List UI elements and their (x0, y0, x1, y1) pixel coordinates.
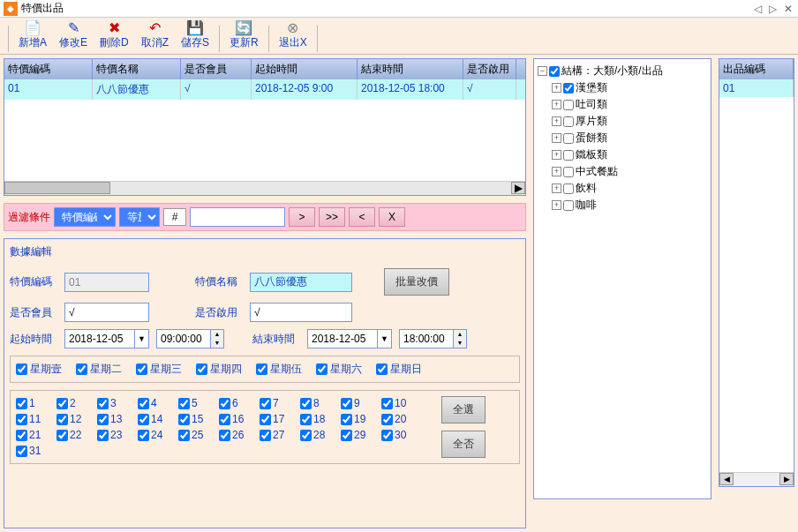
day-11[interactable]: 11 (16, 412, 48, 426)
day-checkbox[interactable] (97, 398, 109, 409)
filter-op-select[interactable]: 等於 (119, 207, 160, 227)
weekday-0[interactable]: 星期壹 (16, 362, 62, 377)
day-checkbox[interactable] (97, 430, 109, 441)
day-22[interactable]: 22 (56, 428, 88, 442)
tree-checkbox[interactable] (563, 100, 574, 110)
day-31[interactable]: 31 (16, 444, 48, 458)
weekday-checkbox[interactable] (256, 363, 267, 375)
tree-item[interactable]: + 鐵板類 (552, 146, 707, 163)
day-5[interactable]: 5 (178, 396, 210, 410)
day-checkbox[interactable] (260, 430, 271, 441)
day-checkbox[interactable] (219, 430, 230, 441)
day-15[interactable]: 15 (178, 412, 210, 426)
filter-field-select[interactable]: 特價編碼 (54, 207, 116, 227)
day-7[interactable]: 7 (260, 396, 291, 410)
tree-checkbox[interactable] (563, 184, 574, 194)
day-checkbox[interactable] (97, 414, 109, 425)
select-none-button[interactable]: 全否 (441, 431, 486, 458)
col-name[interactable]: 特價名稱 (93, 59, 181, 79)
day-1[interactable]: 1 (16, 396, 48, 410)
day-checkbox[interactable] (16, 398, 27, 409)
weekday-checkbox[interactable] (16, 363, 27, 375)
tree-item[interactable]: + 吐司類 (552, 96, 707, 113)
day-checkbox[interactable] (16, 446, 27, 457)
day-16[interactable]: 16 (219, 412, 251, 426)
weekday-6[interactable]: 星期日 (376, 362, 422, 377)
day-checkbox[interactable] (381, 398, 393, 409)
expand-icon[interactable]: + (552, 150, 561, 160)
filter-hash[interactable]: # (163, 208, 186, 226)
day-checkbox[interactable] (341, 430, 352, 441)
end-time-up[interactable]: ▲ (454, 330, 466, 339)
day-checkbox[interactable] (381, 414, 393, 425)
expand-icon[interactable]: + (552, 83, 561, 93)
edit-button[interactable]: ✎修改E (54, 18, 93, 52)
day-25[interactable]: 25 (178, 428, 210, 442)
tree-checkbox[interactable] (563, 167, 574, 177)
day-26[interactable]: 26 (219, 428, 251, 442)
day-8[interactable]: 8 (300, 396, 332, 410)
tree-root-checkbox[interactable] (549, 66, 560, 77)
day-checkbox[interactable] (178, 398, 190, 409)
day-24[interactable]: 24 (138, 428, 169, 442)
col-end[interactable]: 結束時間 (358, 59, 463, 79)
day-23[interactable]: 23 (97, 428, 129, 442)
day-checkbox[interactable] (381, 430, 393, 441)
start-date-input[interactable] (64, 329, 135, 348)
exit-button[interactable]: ⊗退出X (274, 18, 312, 52)
col-member[interactable]: 是否會員 (181, 59, 252, 79)
day-checkbox[interactable] (219, 398, 230, 409)
batch-price-button[interactable]: 批量改價 (384, 268, 449, 296)
expand-icon[interactable]: + (552, 200, 561, 210)
day-29[interactable]: 29 (341, 428, 373, 442)
day-13[interactable]: 13 (97, 412, 129, 426)
day-checkbox[interactable] (300, 430, 312, 441)
start-time-down[interactable]: ▼ (211, 339, 223, 348)
day-30[interactable]: 30 (381, 428, 413, 442)
day-checkbox[interactable] (138, 414, 149, 425)
day-17[interactable]: 17 (260, 412, 291, 426)
day-14[interactable]: 14 (138, 412, 169, 426)
start-time-input[interactable] (156, 329, 211, 348)
filter-fast-button[interactable]: >> (319, 207, 345, 227)
tree-checkbox[interactable] (563, 150, 574, 161)
day-checkbox[interactable] (341, 398, 352, 409)
tree-checkbox[interactable] (563, 116, 574, 127)
day-checkbox[interactable] (56, 414, 68, 425)
weekday-checkbox[interactable] (136, 363, 147, 375)
weekday-checkbox[interactable] (196, 363, 207, 375)
end-date-picker[interactable]: ▼ (378, 329, 392, 348)
col-product-code[interactable]: 出品編碼 (719, 59, 794, 79)
expand-icon[interactable]: + (552, 133, 561, 143)
expand-icon[interactable]: + (552, 167, 561, 176)
end-time-down[interactable]: ▼ (454, 339, 466, 348)
weekday-checkbox[interactable] (76, 363, 87, 375)
tree-checkbox[interactable] (563, 200, 574, 211)
start-time-up[interactable]: ▲ (211, 330, 223, 339)
day-checkbox[interactable] (56, 398, 68, 409)
weekday-4[interactable]: 星期伍 (256, 362, 302, 377)
table-row[interactable]: 01 八八節優惠 √ 2018-12-05 9:00 2018-12-05 18… (4, 79, 525, 100)
day-28[interactable]: 28 (300, 428, 332, 442)
grid-hscroll[interactable]: ▶ (4, 181, 525, 195)
day-checkbox[interactable] (341, 414, 352, 425)
tree-item[interactable]: + 蛋餅類 (552, 130, 707, 146)
cancel-button[interactable]: ↶取消Z (136, 18, 174, 52)
day-checkbox[interactable] (178, 414, 190, 425)
end-date-input[interactable] (307, 329, 378, 348)
close-icon[interactable]: ✕ (782, 3, 794, 15)
day-checkbox[interactable] (260, 398, 271, 409)
day-6[interactable]: 6 (219, 396, 251, 410)
day-checkbox[interactable] (219, 414, 230, 425)
filter-clear-button[interactable]: X (379, 207, 405, 227)
day-checkbox[interactable] (56, 430, 68, 441)
delete-button[interactable]: ✖刪除D (94, 18, 134, 52)
weekday-3[interactable]: 星期四 (196, 362, 242, 377)
day-2[interactable]: 2 (56, 396, 88, 410)
day-checkbox[interactable] (178, 430, 190, 441)
day-4[interactable]: 4 (138, 396, 169, 410)
tree-item[interactable]: + 咖啡 (552, 197, 707, 214)
refresh-button[interactable]: 🔄更新R (224, 18, 264, 52)
collapse-icon[interactable]: − (538, 66, 547, 76)
day-9[interactable]: 9 (341, 396, 373, 410)
